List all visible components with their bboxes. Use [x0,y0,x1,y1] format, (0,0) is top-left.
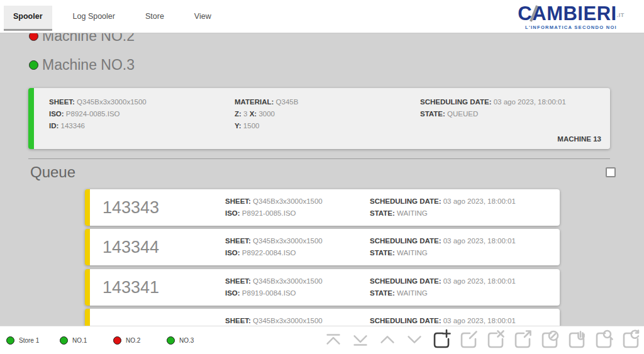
status-dot-icon [167,336,175,345]
move-down-icon[interactable] [404,329,425,350]
queue-item-id: 143344 [90,238,225,257]
queue-item-schedule-col: SCHEDULING DATE: 03 ago 2023, 18:00:01 S… [370,196,516,219]
queue-item[interactable]: 143344 SHEET: Q345Bx3x3000x1500 ISO: P89… [85,229,560,265]
queue-item[interactable]: 143343 SHEET: Q345Bx3x3000x1500 ISO: P89… [85,189,560,226]
link-job-icon[interactable] [539,329,560,350]
status-legend: Store 1 NO.1 NO.2 NO.3 [0,336,214,345]
machine-status-dot [29,60,38,70]
queue-toolbar [323,329,641,350]
status-dot-icon [6,336,14,345]
status-dot-icon [113,336,121,345]
cambieri-logo: CAMBIERI.IT L'INFORMATICA SECONDO NOI [508,4,634,30]
header: Spooler Log Spooler Store View CAMBIERI.… [0,0,644,33]
export-job-icon[interactable] [512,329,533,350]
queue-item-sheet-col: SHEET: Q345Bx3x3000x1500 ISO: P8921-0085… [225,196,370,219]
machine-row-no3[interactable]: Machine NO.3 [29,57,135,74]
job-scheduling-date: SCHEDULING DATE: 03 ago 2023, 18:00:01 [420,96,566,108]
queue-item-schedule-col: SCHEDULING DATE: 03 ago 2023, 18:00:01 S… [370,235,516,259]
logo-domain: .IT [617,12,625,18]
job-material: MATERIAL: Q345B [235,96,420,108]
queue-item-id: 143341 [90,278,225,297]
job-card-column-schedule: SCHEDULING DATE: 03 ago 2023, 18:00:01 S… [420,96,566,132]
move-up-icon[interactable] [377,329,398,350]
job-card-column-sheet: SHEET: Q345Bx3x3000x1500 ISO: P8924-0085… [49,96,235,132]
job-sheet: SHEET: Q345Bx3x3000x1500 [49,96,235,108]
machine-name: Machine NO.3 [42,57,135,74]
tab-spooler[interactable]: Spooler [4,6,52,31]
logo-tagline: L'INFORMATICA SECONDO NOI [508,25,634,30]
add-job-icon[interactable] [431,329,452,350]
job-dimension-y: Y: 1500 [235,120,420,132]
legend-no2: NO.2 [113,336,160,345]
queue-item-schedule-col: SCHEDULING DATE: 03 ago 2023, 18:00:01 S… [370,275,516,299]
status-dot-icon [60,336,68,345]
job-machine-label: MACHINE 13 [557,135,601,143]
tab-store[interactable]: Store [136,6,174,29]
job-id: ID: 143346 [49,120,235,132]
legend-no1: NO.1 [60,336,107,345]
legend-store-1: Store 1 [6,336,53,345]
queue-select-all-checkbox[interactable] [606,167,616,177]
queue-section-title: Queue [30,163,75,181]
delete-job-icon[interactable] [485,329,506,350]
queue-divider [28,158,610,159]
edit-job-icon[interactable] [458,329,479,350]
refresh-job-icon[interactable] [620,329,641,350]
tab-bar: Spooler Log Spooler Store View [4,6,221,31]
current-job-card: SHEET: Q345Bx3x3000x1500 ISO: P8924-0085… [28,88,610,149]
queue-item-sheet-col: SHEET: Q345Bx3x3000x1500 ISO: P8922-0084… [225,235,370,259]
legend-no3: NO.3 [167,336,214,345]
tab-view[interactable]: View [185,6,221,29]
job-state: STATE: QUEUED [420,108,566,120]
search-job-icon[interactable] [593,329,614,350]
move-to-bottom-icon[interactable] [350,329,371,350]
move-to-top-icon[interactable] [323,329,344,350]
footer: Store 1 NO.1 NO.2 NO.3 [0,326,644,354]
queue-item-sheet-col: SHEET: Q345Bx3x3000x1500 ISO: P8919-0084… [225,275,370,299]
logo-slashed-a: A [532,4,547,24]
hold-job-icon[interactable] [566,329,587,350]
queue-item[interactable]: 143341 SHEET: Q345Bx3x3000x1500 ISO: P89… [85,269,560,306]
queue-item-id: 143343 [90,198,225,218]
tab-log-spooler[interactable]: Log Spooler [64,6,125,29]
job-iso: ISO: P8924-0085.ISO [49,108,235,120]
job-dimensions-zx: Z: 3 X: 3000 [235,108,420,120]
job-card-column-material: MATERIAL: Q345B Z: 3 X: 3000 Y: 1500 [235,96,420,132]
